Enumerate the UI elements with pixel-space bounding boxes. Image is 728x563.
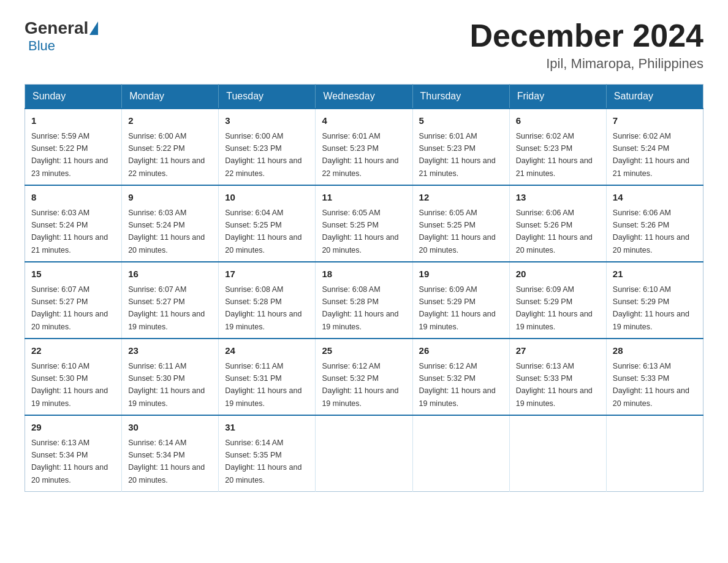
calendar-cell: 11 Sunrise: 6:05 AMSunset: 5:25 PMDaylig…	[316, 185, 412, 262]
weekday-header-thursday: Thursday	[412, 85, 509, 109]
calendar-header: SundayMondayTuesdayWednesdayThursdayFrid…	[25, 85, 703, 109]
weekday-header-monday: Monday	[122, 85, 219, 109]
day-info: Sunrise: 6:07 AMSunset: 5:27 PMDaylight:…	[31, 285, 108, 331]
day-number: 28	[613, 344, 697, 358]
day-number: 22	[31, 344, 115, 358]
day-number: 11	[322, 191, 406, 205]
logo-triangle-icon	[89, 21, 98, 35]
day-number: 12	[419, 191, 503, 205]
calendar-cell: 19 Sunrise: 6:09 AMSunset: 5:29 PMDaylig…	[412, 262, 509, 339]
day-info: Sunrise: 6:12 AMSunset: 5:32 PMDaylight:…	[322, 362, 398, 408]
day-number: 31	[225, 421, 309, 435]
day-info: Sunrise: 6:11 AMSunset: 5:31 PMDaylight:…	[225, 362, 301, 408]
day-number: 3	[225, 114, 309, 128]
day-info: Sunrise: 6:04 AMSunset: 5:25 PMDaylight:…	[225, 209, 301, 255]
calendar-cell	[509, 415, 606, 492]
day-number: 20	[516, 267, 600, 282]
day-info: Sunrise: 6:13 AMSunset: 5:33 PMDaylight:…	[516, 362, 593, 408]
day-number: 17	[225, 267, 309, 282]
day-number: 13	[516, 191, 600, 205]
day-number: 10	[225, 191, 309, 205]
calendar-cell: 30 Sunrise: 6:14 AMSunset: 5:34 PMDaylig…	[122, 415, 219, 492]
day-info: Sunrise: 6:06 AMSunset: 5:26 PMDaylight:…	[516, 209, 593, 255]
calendar-cell: 9 Sunrise: 6:03 AMSunset: 5:24 PMDayligh…	[122, 185, 219, 262]
day-info: Sunrise: 6:06 AMSunset: 5:26 PMDaylight:…	[613, 209, 689, 255]
calendar-cell: 16 Sunrise: 6:07 AMSunset: 5:27 PMDaylig…	[122, 262, 219, 339]
weekday-header-row: SundayMondayTuesdayWednesdayThursdayFrid…	[25, 85, 703, 109]
page-header: General Blue December 2024 Ipil, Mimarop…	[25, 18, 703, 72]
logo-blue-text: Blue	[28, 38, 55, 53]
day-number: 4	[322, 114, 406, 128]
day-number: 14	[613, 191, 697, 205]
day-info: Sunrise: 6:07 AMSunset: 5:27 PMDaylight:…	[128, 285, 205, 331]
calendar-cell: 21 Sunrise: 6:10 AMSunset: 5:29 PMDaylig…	[606, 262, 703, 339]
calendar-cell: 1 Sunrise: 5:59 AMSunset: 5:22 PMDayligh…	[25, 109, 122, 185]
day-number: 27	[516, 344, 600, 358]
calendar-cell: 20 Sunrise: 6:09 AMSunset: 5:29 PMDaylig…	[509, 262, 606, 339]
calendar-cell: 18 Sunrise: 6:08 AMSunset: 5:28 PMDaylig…	[316, 262, 412, 339]
calendar-week-row: 22 Sunrise: 6:10 AMSunset: 5:30 PMDaylig…	[25, 339, 703, 415]
calendar-week-row: 1 Sunrise: 5:59 AMSunset: 5:22 PMDayligh…	[25, 109, 703, 185]
weekday-header-saturday: Saturday	[606, 85, 703, 109]
day-number: 19	[419, 267, 503, 282]
calendar-cell: 3 Sunrise: 6:00 AMSunset: 5:23 PMDayligh…	[219, 109, 316, 185]
day-number: 16	[128, 267, 212, 282]
calendar-cell: 8 Sunrise: 6:03 AMSunset: 5:24 PMDayligh…	[25, 185, 122, 262]
day-info: Sunrise: 6:01 AMSunset: 5:23 PMDaylight:…	[322, 132, 398, 178]
calendar-cell: 26 Sunrise: 6:12 AMSunset: 5:32 PMDaylig…	[412, 339, 509, 415]
day-info: Sunrise: 6:08 AMSunset: 5:28 PMDaylight:…	[225, 285, 301, 331]
calendar-cell: 15 Sunrise: 6:07 AMSunset: 5:27 PMDaylig…	[25, 262, 122, 339]
weekday-header-wednesday: Wednesday	[316, 85, 412, 109]
day-info: Sunrise: 6:05 AMSunset: 5:25 PMDaylight:…	[419, 209, 496, 255]
calendar-cell: 24 Sunrise: 6:11 AMSunset: 5:31 PMDaylig…	[219, 339, 316, 415]
calendar-cell: 12 Sunrise: 6:05 AMSunset: 5:25 PMDaylig…	[412, 185, 509, 262]
calendar-cell: 25 Sunrise: 6:12 AMSunset: 5:32 PMDaylig…	[316, 339, 412, 415]
day-number: 9	[128, 191, 212, 205]
day-info: Sunrise: 6:13 AMSunset: 5:34 PMDaylight:…	[31, 439, 108, 484]
day-info: Sunrise: 6:13 AMSunset: 5:33 PMDaylight:…	[613, 362, 689, 408]
logo-general-text: General	[25, 18, 88, 38]
day-number: 21	[613, 267, 697, 282]
month-title: December 2024	[469, 18, 703, 53]
calendar-cell: 17 Sunrise: 6:08 AMSunset: 5:28 PMDaylig…	[219, 262, 316, 339]
day-number: 6	[516, 114, 600, 128]
day-info: Sunrise: 6:12 AMSunset: 5:32 PMDaylight:…	[419, 362, 496, 408]
calendar-body: 1 Sunrise: 5:59 AMSunset: 5:22 PMDayligh…	[25, 109, 703, 492]
day-info: Sunrise: 6:01 AMSunset: 5:23 PMDaylight:…	[419, 132, 496, 178]
day-number: 15	[31, 267, 115, 282]
day-info: Sunrise: 6:08 AMSunset: 5:28 PMDaylight:…	[322, 285, 398, 331]
day-info: Sunrise: 6:11 AMSunset: 5:30 PMDaylight:…	[128, 362, 205, 408]
day-info: Sunrise: 6:09 AMSunset: 5:29 PMDaylight:…	[516, 285, 593, 331]
day-number: 25	[322, 344, 406, 358]
calendar-cell: 6 Sunrise: 6:02 AMSunset: 5:23 PMDayligh…	[509, 109, 606, 185]
day-info: Sunrise: 6:10 AMSunset: 5:29 PMDaylight:…	[613, 285, 689, 331]
day-number: 1	[31, 114, 115, 128]
calendar-cell	[412, 415, 509, 492]
day-info: Sunrise: 6:14 AMSunset: 5:35 PMDaylight:…	[225, 439, 301, 484]
day-number: 8	[31, 191, 115, 205]
day-info: Sunrise: 6:00 AMSunset: 5:23 PMDaylight:…	[225, 132, 301, 178]
weekday-header-tuesday: Tuesday	[219, 85, 316, 109]
title-section: December 2024 Ipil, Mimaropa, Philippine…	[469, 18, 703, 72]
calendar-week-row: 29 Sunrise: 6:13 AMSunset: 5:34 PMDaylig…	[25, 415, 703, 492]
day-number: 2	[128, 114, 212, 128]
calendar-cell: 7 Sunrise: 6:02 AMSunset: 5:24 PMDayligh…	[606, 109, 703, 185]
calendar-cell: 22 Sunrise: 6:10 AMSunset: 5:30 PMDaylig…	[25, 339, 122, 415]
calendar-cell: 10 Sunrise: 6:04 AMSunset: 5:25 PMDaylig…	[219, 185, 316, 262]
calendar-cell: 23 Sunrise: 6:11 AMSunset: 5:30 PMDaylig…	[122, 339, 219, 415]
calendar-cell: 2 Sunrise: 6:00 AMSunset: 5:22 PMDayligh…	[122, 109, 219, 185]
day-number: 29	[31, 421, 115, 435]
day-number: 24	[225, 344, 309, 358]
day-info: Sunrise: 6:14 AMSunset: 5:34 PMDaylight:…	[128, 439, 205, 484]
calendar-cell	[606, 415, 703, 492]
day-info: Sunrise: 6:03 AMSunset: 5:24 PMDaylight:…	[128, 209, 205, 255]
day-number: 26	[419, 344, 503, 358]
day-info: Sunrise: 6:10 AMSunset: 5:30 PMDaylight:…	[31, 362, 108, 408]
calendar-cell: 5 Sunrise: 6:01 AMSunset: 5:23 PMDayligh…	[412, 109, 509, 185]
day-number: 5	[419, 114, 503, 128]
calendar-cell: 13 Sunrise: 6:06 AMSunset: 5:26 PMDaylig…	[509, 185, 606, 262]
calendar-cell: 28 Sunrise: 6:13 AMSunset: 5:33 PMDaylig…	[606, 339, 703, 415]
calendar-cell	[316, 415, 412, 492]
calendar-cell: 14 Sunrise: 6:06 AMSunset: 5:26 PMDaylig…	[606, 185, 703, 262]
day-info: Sunrise: 6:09 AMSunset: 5:29 PMDaylight:…	[419, 285, 496, 331]
